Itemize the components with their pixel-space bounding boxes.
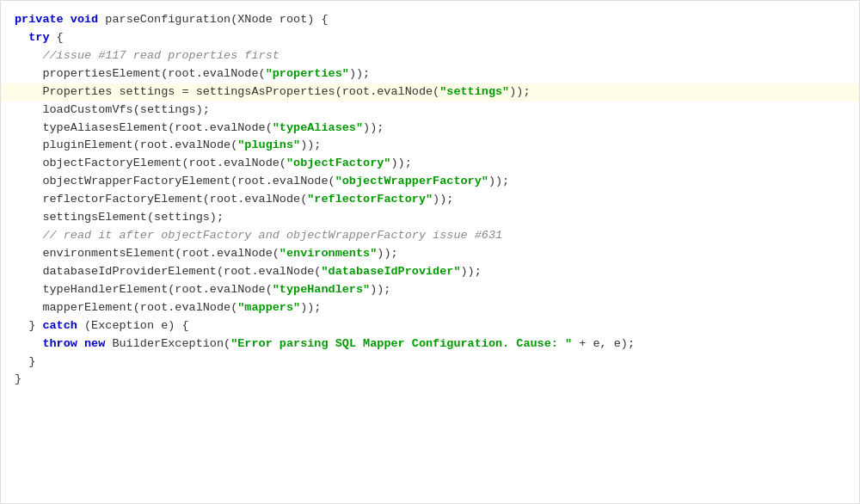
code-token-str: "reflectorFactory" — [307, 193, 433, 206]
code-line: } — [1, 371, 859, 389]
code-line-text: Properties settings = settingsAsProperti… — [15, 83, 845, 101]
code-token-str: "objectWrapperFactory" — [335, 175, 488, 187]
code-token-plain: )); — [349, 67, 370, 80]
code-line: mapperElement(root.evalNode("mappers")); — [1, 299, 859, 317]
code-token-plain: )); — [363, 121, 384, 134]
code-line: } catch (Exception e) { — [1, 317, 859, 335]
code-line: pluginElement(root.evalNode("plugins")); — [1, 137, 859, 155]
code-token-plain: typeAliasesElement(root.evalNode( — [15, 121, 273, 134]
code-line: // read it after objectFactory and objec… — [1, 227, 859, 245]
code-line: try { — [1, 29, 859, 47]
code-token-plain: { — [57, 31, 64, 44]
code-line: } — [1, 353, 859, 372]
code-line-text: private void parseConfiguration(XNode ro… — [15, 11, 845, 29]
code-token-plain — [15, 337, 42, 350]
code-line: typeAliasesElement(root.evalNode("typeAl… — [1, 120, 859, 138]
code-line-text: } — [15, 353, 845, 372]
code-token-plain: databaseIdProviderElement(root.evalNode( — [15, 265, 321, 278]
code-line-text: propertiesElement(root.evalNode("propert… — [15, 65, 845, 83]
code-token-str: "objectFactory" — [286, 157, 391, 169]
code-token-kw: catch — [42, 319, 84, 332]
code-line-text: objectFactoryElement(root.evalNode("obje… — [15, 155, 845, 173]
code-line-text: settingsElement(settings); — [15, 209, 845, 227]
code-token-plain: } — [15, 319, 42, 332]
code-token-plain: )); — [300, 301, 321, 314]
code-token-plain: typeHandlerElement(root.evalNode( — [15, 283, 273, 296]
code-token-plain: )); — [370, 283, 390, 296]
code-token-plain: loadCustomVfs(settings); — [15, 103, 210, 116]
code-token-plain: propertiesElement(root.evalNode( — [15, 67, 266, 80]
code-token-plain: )); — [377, 247, 397, 260]
code-token-plain: objectFactoryElement(root.evalNode( — [15, 157, 286, 169]
code-token-plain: )); — [433, 193, 453, 206]
code-token-plain: parseConfiguration(XNode root) { — [105, 13, 328, 26]
code-line-text: typeHandlerElement(root.evalNode("typeHa… — [15, 281, 845, 299]
code-token-plain: + e, e); — [572, 337, 635, 350]
code-line: objectFactoryElement(root.evalNode("obje… — [1, 155, 859, 173]
code-line-text: databaseIdProviderElement(root.evalNode(… — [15, 263, 845, 281]
code-token-plain: )); — [509, 85, 530, 98]
code-token-str: "mappers" — [237, 301, 300, 314]
code-token-plain: mapperElement(root.evalNode( — [15, 301, 237, 314]
code-viewer: private void parseConfiguration(XNode ro… — [0, 0, 860, 504]
code-token-plain: reflectorFactoryElement(root.evalNode( — [15, 193, 307, 206]
code-line: reflectorFactoryElement(root.evalNode("r… — [1, 191, 859, 209]
code-token-str: "properties" — [266, 67, 349, 80]
code-line-text: reflectorFactoryElement(root.evalNode("r… — [15, 191, 845, 209]
code-line: throw new BuilderException("Error parsin… — [1, 335, 859, 353]
code-line-text: objectWrapperFactoryElement(root.evalNod… — [15, 173, 845, 191]
code-token-plain: settingsElement(settings); — [15, 211, 224, 224]
code-token-plain: } — [15, 355, 35, 368]
code-line: environmentsElement(root.evalNode("envir… — [1, 245, 859, 263]
code-token-str: "typeHandlers" — [273, 283, 370, 296]
code-line: databaseIdProviderElement(root.evalNode(… — [1, 263, 859, 281]
code-token-str: "databaseIdProvider" — [321, 265, 460, 278]
code-token-plain: objectWrapperFactoryElement(root.evalNod… — [15, 175, 335, 187]
code-line-text: pluginElement(root.evalNode("plugins")); — [15, 137, 845, 155]
code-line-text: throw new BuilderException("Error parsin… — [15, 335, 845, 353]
code-line-text: mapperElement(root.evalNode("mappers")); — [15, 299, 845, 317]
code-token-plain: )); — [461, 265, 482, 278]
code-line: //issue #117 read properties first — [1, 47, 859, 65]
code-token-kw: try — [15, 31, 57, 44]
code-token-str: "plugins" — [237, 138, 300, 151]
code-line-text: typeAliasesElement(root.evalNode("typeAl… — [15, 120, 845, 138]
code-line: objectWrapperFactoryElement(root.evalNod… — [1, 173, 859, 191]
code-line-text: environmentsElement(root.evalNode("envir… — [15, 245, 845, 263]
code-line-text: loadCustomVfs(settings); — [15, 101, 845, 120]
code-token-str: "typeAliases" — [273, 121, 363, 134]
code-token-kw: private void — [15, 13, 105, 26]
code-token-plain: pluginElement(root.evalNode( — [15, 138, 237, 151]
code-line-text: } — [15, 371, 845, 389]
code-token-str: "environments" — [280, 247, 377, 260]
code-line-text: //issue #117 read properties first — [15, 47, 845, 65]
code-line: typeHandlerElement(root.evalNode("typeHa… — [1, 281, 859, 299]
code-line: propertiesElement(root.evalNode("propert… — [1, 65, 859, 83]
code-token-plain: } — [15, 372, 22, 385]
code-token-plain: )); — [300, 138, 321, 151]
code-line-text: } catch (Exception e) { — [15, 317, 845, 335]
code-token-plain: environmentsElement(root.evalNode( — [15, 247, 280, 260]
code-line-text: try { — [15, 29, 845, 47]
code-token-str: "Error parsing SQL Mapper Configuration.… — [230, 337, 572, 350]
code-token-comment: //issue #117 read properties first — [15, 49, 280, 62]
code-token-kw: throw new — [42, 337, 112, 350]
code-token-comment: // read it after objectFactory and objec… — [15, 229, 502, 242]
code-line: Properties settings = settingsAsProperti… — [1, 83, 859, 101]
code-token-plain: Properties settings = settingsAsProperti… — [15, 85, 439, 98]
code-token-plain: )); — [488, 175, 509, 187]
code-token-str: "settings" — [439, 85, 509, 98]
code-token-plain: BuilderException( — [112, 337, 230, 350]
code-token-plain: (Exception e) { — [84, 319, 189, 332]
code-line: private void parseConfiguration(XNode ro… — [1, 11, 859, 29]
code-token-plain: )); — [390, 157, 411, 169]
code-line: loadCustomVfs(settings); — [1, 101, 859, 120]
code-line-text: // read it after objectFactory and objec… — [15, 227, 845, 245]
code-line: settingsElement(settings); — [1, 209, 859, 227]
